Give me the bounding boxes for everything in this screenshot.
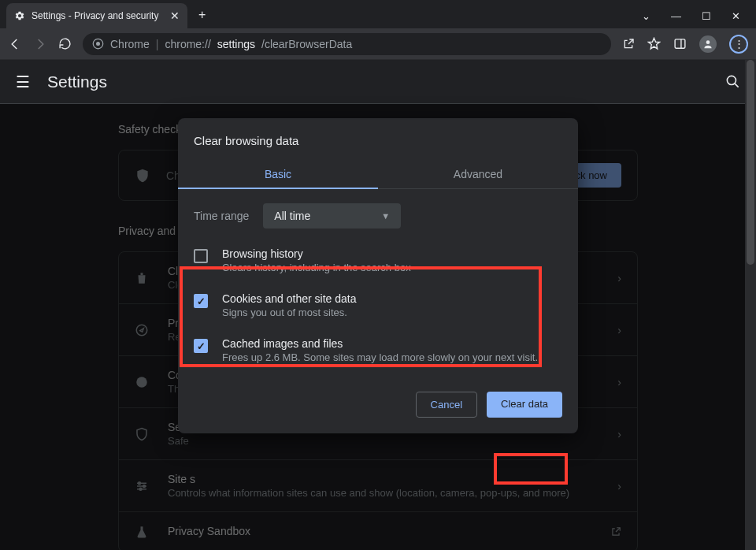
browser-tab[interactable]: Settings - Privacy and security ✕	[6, 3, 187, 28]
dialog-title: Clear browsing data	[178, 118, 578, 160]
option-title: Cached images and files	[222, 337, 538, 350]
option-title: Browsing history	[222, 247, 411, 260]
chevron-right-icon: ›	[617, 324, 621, 336]
scrollbar-thumb[interactable]	[747, 60, 754, 265]
checkbox-cached[interactable]	[194, 339, 208, 353]
chevron-right-icon: ›	[617, 272, 621, 284]
url-separator: |	[156, 38, 159, 50]
toolbar: Chrome | chrome://settings/clearBrowserD…	[0, 28, 756, 60]
share-icon[interactable]	[622, 38, 635, 50]
chevron-right-icon: ›	[617, 376, 621, 388]
window-titlebar: Settings - Privacy and security ✕ + ⌄ ― …	[0, 0, 756, 28]
url-host: settings	[217, 38, 255, 50]
url-path: /clearBrowserData	[261, 38, 352, 50]
tab-close-icon[interactable]: ✕	[170, 9, 180, 22]
browser-menu-button[interactable]: ⋮	[729, 35, 748, 54]
svg-point-4	[706, 40, 710, 44]
option-subtitle: Clears history, including in the search …	[222, 262, 411, 273]
tab-advanced[interactable]: Advanced	[378, 160, 578, 188]
row-title: Privacy Sandbox	[168, 525, 593, 537]
url-scheme-label: Chrome	[110, 38, 150, 50]
sliders-icon	[135, 479, 150, 493]
address-bar[interactable]: Chrome | chrome://settings/clearBrowserD…	[83, 33, 611, 55]
option-cookies[interactable]: Cookies and other site data Signs you ou…	[178, 283, 578, 328]
menu-icon[interactable]: ☰	[16, 72, 30, 91]
search-icon[interactable]	[725, 74, 740, 89]
row-privacy-sandbox[interactable]: Privacy Sandbox	[119, 512, 637, 550]
bookmark-star-icon[interactable]	[647, 37, 661, 50]
svg-point-8	[136, 377, 147, 388]
chevron-down-icon: ▼	[381, 211, 390, 221]
page-title: Settings	[47, 72, 107, 91]
side-panel-icon[interactable]	[673, 37, 687, 50]
row-subtitle: Controls what information sites can use …	[168, 487, 600, 499]
clear-data-button[interactable]: Clear data	[487, 392, 562, 418]
option-subtitle: Signs you out of most sites.	[222, 307, 356, 318]
tab-title: Settings - Privacy and security	[32, 10, 164, 21]
maximize-button[interactable]: ☐	[702, 10, 711, 22]
cookie-icon	[135, 375, 150, 389]
compass-icon	[135, 323, 150, 337]
cancel-button[interactable]: Cancel	[416, 392, 477, 418]
window-controls: ⌄ ― ☐ ✕	[642, 10, 756, 28]
minimize-button[interactable]: ―	[671, 10, 681, 22]
close-window-button[interactable]: ✕	[732, 10, 740, 22]
gear-icon	[14, 10, 25, 21]
option-subtitle: Frees up 2.6 MB. Some sites may load mor…	[222, 351, 538, 363]
option-cached[interactable]: Cached images and files Frees up 2.6 MB.…	[178, 328, 578, 373]
svg-point-12	[139, 481, 141, 484]
time-range-value: All time	[274, 210, 310, 222]
back-button[interactable]	[8, 37, 22, 51]
chevron-down-icon[interactable]: ⌄	[642, 10, 650, 22]
row-subtitle: Safe	[168, 435, 600, 447]
row-title: Site s	[168, 473, 600, 485]
chrome-icon	[92, 38, 104, 50]
clear-browsing-data-dialog: Clear browsing data Basic Advanced Time …	[178, 118, 578, 433]
settings-header: ☰ Settings	[0, 60, 756, 104]
time-range-row: Time range All time ▼	[178, 189, 578, 238]
checkbox-browsing-history[interactable]	[194, 249, 208, 263]
url-prefix: chrome://	[165, 38, 210, 50]
new-tab-button[interactable]: +	[198, 8, 206, 22]
dialog-actions: Cancel Clear data	[178, 373, 578, 418]
external-link-icon	[610, 526, 621, 537]
time-range-label: Time range	[194, 210, 249, 222]
checkbox-cookies[interactable]	[194, 294, 208, 308]
svg-point-13	[143, 485, 146, 487]
option-title: Cookies and other site data	[222, 292, 356, 305]
svg-point-5	[727, 76, 736, 84]
forward-button[interactable]	[33, 37, 47, 51]
trash-icon	[135, 271, 150, 285]
option-browsing-history[interactable]: Browsing history Clears history, includi…	[178, 238, 578, 283]
tab-basic[interactable]: Basic	[178, 160, 378, 188]
chevron-right-icon: ›	[617, 480, 621, 492]
dialog-tabs: Basic Advanced	[178, 160, 578, 189]
svg-point-1	[96, 42, 100, 46]
time-range-select[interactable]: All time ▼	[263, 203, 401, 229]
profile-avatar[interactable]	[699, 35, 717, 53]
chevron-right-icon: ›	[617, 428, 621, 440]
flask-icon	[135, 525, 150, 539]
shield-check-icon	[135, 168, 150, 184]
toolbar-actions: ⋮	[622, 35, 748, 54]
svg-rect-2	[675, 39, 685, 48]
shield-icon	[135, 427, 150, 441]
reload-button[interactable]	[58, 37, 72, 50]
svg-point-14	[139, 488, 142, 490]
svg-line-6	[735, 84, 739, 87]
row-site-settings[interactable]: Site s Controls what information sites c…	[119, 460, 637, 512]
